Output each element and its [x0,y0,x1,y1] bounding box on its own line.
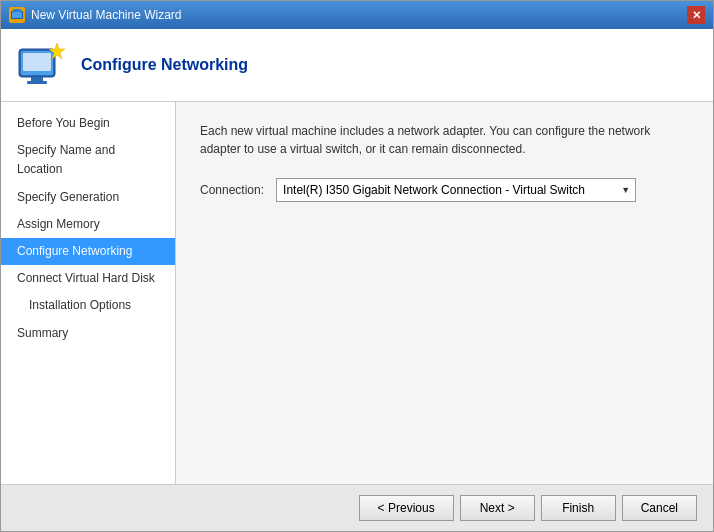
sidebar-item-specify-generation[interactable]: Specify Generation [1,184,175,211]
window-title: New Virtual Machine Wizard [31,8,182,22]
close-button[interactable]: ✕ [687,6,705,24]
connection-row: Connection: Intel(R) I350 Gigabit Networ… [200,178,689,202]
sidebar-item-connect-virtual-hard-disk[interactable]: Connect Virtual Hard Disk [1,265,175,292]
footer: < Previous Next > Finish Cancel [1,484,713,531]
svg-rect-5 [23,53,51,71]
previous-button[interactable]: < Previous [359,495,454,521]
sidebar: Before You Begin Specify Name and Locati… [1,102,176,484]
full-content: Configure Networking Before You Begin Sp… [1,29,713,531]
finish-button[interactable]: Finish [541,495,616,521]
connection-label: Connection: [200,183,264,197]
description-text: Each new virtual machine includes a netw… [200,122,680,158]
next-button[interactable]: Next > [460,495,535,521]
connection-select[interactable]: Intel(R) I350 Gigabit Network Connection… [276,178,636,202]
main-content: Each new virtual machine includes a netw… [176,102,713,484]
sidebar-item-configure-networking[interactable]: Configure Networking [1,238,175,265]
titlebar-left: New Virtual Machine Wizard [9,7,182,23]
connection-select-wrapper: Intel(R) I350 Gigabit Network Connection… [276,178,636,202]
cancel-button[interactable]: Cancel [622,495,697,521]
svg-rect-7 [27,81,47,84]
sidebar-item-specify-name[interactable]: Specify Name and Location [1,137,175,183]
header-icon [17,41,65,89]
svg-rect-2 [12,12,22,18]
titlebar: New Virtual Machine Wizard ✕ [1,1,713,29]
app-icon [9,7,25,23]
content-area: Before You Begin Specify Name and Locati… [1,102,713,484]
sidebar-item-installation-options[interactable]: Installation Options [1,292,175,319]
sidebar-item-before-you-begin[interactable]: Before You Begin [1,110,175,137]
svg-rect-6 [31,77,43,81]
sidebar-item-summary[interactable]: Summary [1,320,175,347]
sidebar-item-assign-memory[interactable]: Assign Memory [1,211,175,238]
svg-rect-1 [13,9,21,12]
wizard-window: New Virtual Machine Wizard ✕ Configur [0,0,714,532]
page-title: Configure Networking [81,56,248,74]
page-header: Configure Networking [1,29,713,102]
